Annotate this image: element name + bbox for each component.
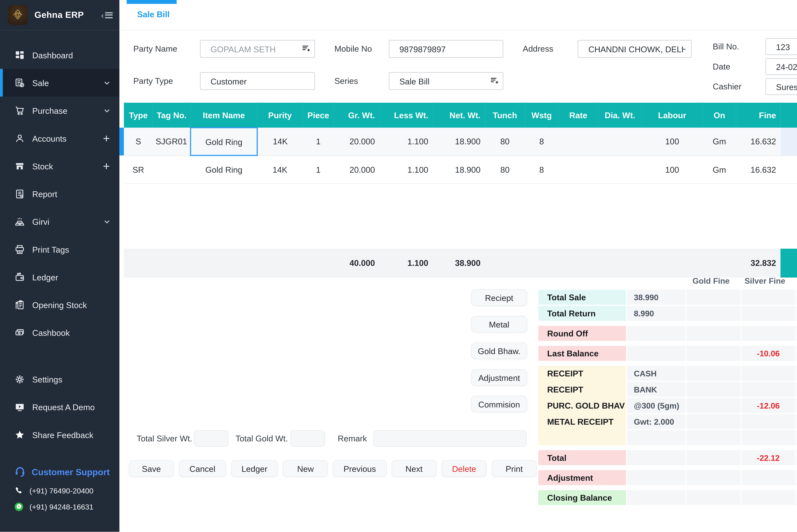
- item-cell-rate[interactable]: [558, 155, 598, 183]
- item-cell-rate[interactable]: [558, 128, 598, 155]
- totals-cell: [642, 248, 703, 277]
- tab-sale-bill[interactable]: Sale Bill: [127, 0, 177, 31]
- summary-row-closing-balance: Closing Balance82,500.00: [538, 490, 797, 506]
- next-button[interactable]: Next: [391, 460, 437, 477]
- series-input[interactable]: [389, 72, 503, 90]
- phone-icon: [14, 486, 24, 495]
- bill-no-input[interactable]: [765, 38, 797, 55]
- summary-row-metal-receipt: METAL RECEIPTGwt: 2.000-8000.00: [538, 414, 797, 430]
- item-cell-on[interactable]: Gm: [703, 128, 736, 155]
- party-type-input[interactable]: [200, 72, 315, 90]
- sidebar-item-settings[interactable]: Settings: [0, 365, 119, 393]
- support-whatsapp[interactable]: (+91) 94248-16631: [14, 502, 119, 512]
- total-silver-input[interactable]: [194, 430, 228, 447]
- summary-gold-fine: [687, 326, 742, 342]
- item-cell-item-name[interactable]: Gold Ring: [190, 128, 257, 155]
- col-header-item-name: Item Name: [190, 103, 257, 128]
- item-cell-total[interactable]: 1,04,000.20: [780, 128, 797, 155]
- item-cell-tag-no[interactable]: SJGR01: [153, 128, 190, 155]
- total-gold-input[interactable]: [291, 430, 325, 447]
- mobile-input[interactable]: [389, 40, 503, 58]
- item-cell-tunch[interactable]: 80: [485, 128, 525, 155]
- item-cell-labour[interactable]: 100: [642, 128, 703, 155]
- purchase-icon: [14, 105, 25, 116]
- sidebar-item-label: Settings: [32, 375, 110, 384]
- dashboard-icon: [14, 50, 25, 60]
- cancel-button[interactable]: Cancel: [179, 460, 226, 477]
- summary-gold-fine: [687, 382, 742, 398]
- previous-button[interactable]: Previous: [333, 460, 387, 477]
- item-cell-less-wt[interactable]: 1.100: [379, 155, 433, 183]
- sidebar-item-share-feedback[interactable]: Share Feedback: [0, 421, 119, 449]
- remark-input[interactable]: [373, 430, 527, 447]
- item-cell-less-wt[interactable]: 1.100: [379, 128, 433, 155]
- gehna-erp-app: Gehna ERP ‹ DashboardSalePurchaseAccount…: [0, 0, 797, 532]
- item-cell-on[interactable]: Gm: [703, 155, 736, 183]
- item-cell-net-wt[interactable]: 18.900: [433, 155, 485, 183]
- cashier-input[interactable]: [765, 78, 797, 95]
- sidebar-item-girvi[interactable]: Girvi: [0, 208, 119, 235]
- item-cell-fine[interactable]: 16.632: [736, 155, 781, 183]
- tab-label: Sale Bill: [137, 10, 170, 19]
- item-cell-tag-no[interactable]: [153, 155, 190, 183]
- support-phone[interactable]: (+91) 76490-20400: [14, 486, 119, 495]
- summary-desc: [627, 346, 687, 362]
- sidebar-item-ledger[interactable]: Ledger: [0, 263, 119, 291]
- item-cell-tunch[interactable]: 80: [485, 155, 525, 183]
- sidebar-item-cashbook[interactable]: Cashbook: [0, 319, 119, 346]
- sidebar-item-sale[interactable]: Sale: [0, 69, 119, 96]
- ledger-button[interactable]: Ledger: [231, 460, 278, 477]
- item-cell-gr-wt[interactable]: 20.000: [334, 128, 379, 155]
- sidebar-item-dashboard[interactable]: Dashboard: [0, 41, 119, 69]
- item-cell-total[interactable]: 4000.00: [780, 155, 797, 183]
- cashier-label: Cashier: [713, 82, 741, 91]
- item-cell-item-name[interactable]: Gold Ring: [190, 155, 257, 183]
- main-content: Sale Bill Party Name Mobile No: [119, 0, 797, 532]
- commision-button[interactable]: Commision: [471, 396, 527, 413]
- item-cell-dia-wt[interactable]: [598, 128, 642, 155]
- sidebar-item-report[interactable]: Report: [0, 180, 119, 208]
- party-name-input[interactable]: [200, 40, 315, 58]
- sidebar-item-print-tags[interactable]: Print Tags: [0, 235, 119, 263]
- item-cell-type[interactable]: SR: [124, 155, 153, 183]
- sidebar-item-accounts[interactable]: Accounts: [0, 125, 119, 152]
- ledger-icon: [14, 271, 25, 283]
- item-cell-piece[interactable]: 1: [303, 155, 334, 183]
- save-button[interactable]: Save: [129, 460, 174, 477]
- col-header-tag-no: Tag No.: [153, 103, 190, 128]
- date-input[interactable]: [765, 58, 797, 75]
- address-label: Address: [523, 44, 553, 53]
- item-cell-type[interactable]: S: [124, 128, 153, 155]
- sidebar-item-stock[interactable]: Stock: [0, 152, 119, 180]
- address-input[interactable]: [578, 40, 691, 58]
- col-header-less-wt: Less Wt.: [379, 103, 433, 128]
- sidebar-item-opening-stock[interactable]: Opening Stock: [0, 291, 119, 319]
- sidebar-item-request-a-demo[interactable]: Request A Demo: [0, 393, 119, 421]
- summary-amount: 82,500.00: [796, 490, 797, 506]
- chevron-down-icon: [103, 107, 110, 114]
- sidebar-item-purchase[interactable]: Purchase: [0, 96, 119, 124]
- new-button[interactable]: New: [283, 460, 328, 477]
- metal-button[interactable]: Metal: [471, 316, 527, 332]
- summary-desc: 8.990: [627, 306, 687, 322]
- summary-row-purc-gold-bhav: PURC. GOLD BHAV@300 (5gm)-12.06-1500.00: [538, 398, 797, 414]
- report-icon: [14, 188, 25, 199]
- item-cell-wstg[interactable]: 8: [525, 128, 558, 155]
- adjustment-button[interactable]: Adjustment: [471, 369, 527, 386]
- item-cell-purity[interactable]: 14K: [257, 128, 303, 155]
- item-cell-net-wt[interactable]: 18.900: [433, 128, 485, 155]
- item-cell-labour[interactable]: 100: [642, 155, 703, 183]
- item-cell-wstg[interactable]: 8: [525, 155, 558, 183]
- item-cell-dia-wt[interactable]: [598, 155, 642, 183]
- item-cell-purity[interactable]: 14K: [257, 155, 303, 183]
- customer-support-link[interactable]: Customer Support: [14, 465, 119, 480]
- reciept-button[interactable]: Reciept: [471, 289, 527, 306]
- delete-button[interactable]: Delete: [442, 460, 487, 477]
- item-cell-fine[interactable]: 16.632: [736, 128, 781, 155]
- item-cell-piece[interactable]: 1: [303, 128, 334, 155]
- item-cell-gr-wt[interactable]: 20.000: [334, 155, 379, 183]
- print-button[interactable]: Print: [492, 460, 537, 477]
- gold-bhaw-button[interactable]: Gold Bhaw.: [471, 342, 527, 359]
- bill-no-label: Bill No.: [713, 42, 739, 51]
- sidebar-collapse-icon[interactable]: ‹: [101, 11, 113, 19]
